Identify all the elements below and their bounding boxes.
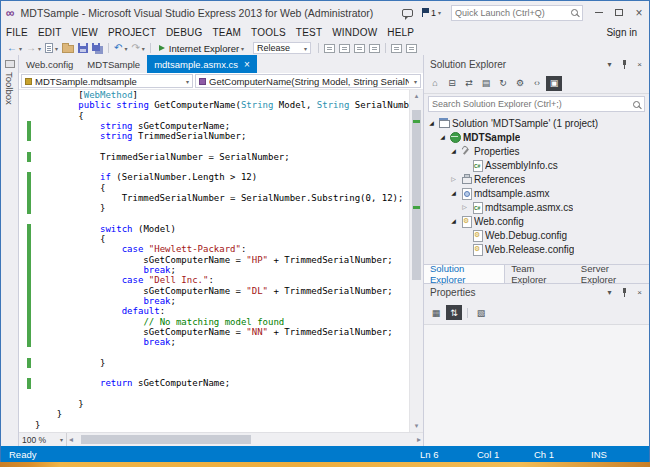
new-file-icon[interactable]: ▾ — [43, 41, 60, 55]
menu-item-tools[interactable]: TOOLS — [246, 24, 291, 41]
save-all-icon[interactable] — [90, 41, 105, 55]
sign-in-link[interactable]: Sign in — [594, 24, 649, 41]
scroll-right-icon[interactable]: ▸ — [417, 433, 421, 446]
pin-icon[interactable] — [617, 286, 632, 300]
doc-tab-web-config[interactable]: Web.config — [19, 55, 80, 73]
tree-expander-icon[interactable]: ◢ — [449, 186, 458, 200]
code-line[interactable]: { — [19, 234, 409, 244]
close-icon[interactable]: × — [632, 286, 647, 300]
uncomment-lines-icon[interactable] — [367, 41, 382, 55]
scroll-up-icon[interactable]: ▴ — [410, 90, 423, 102]
solution-search-input[interactable] — [432, 99, 632, 109]
show-all-files-icon[interactable]: ▤ — [478, 76, 494, 91]
menu-item-window[interactable]: WINDOW — [327, 24, 382, 41]
tree-item-solution-mdtsample-1-project[interactable]: ◢Solution 'MDTSample' (1 project) — [424, 116, 649, 130]
solution-configurations-dropdown[interactable]: Release ▾ — [253, 42, 311, 54]
tree-expander-icon[interactable]: ◢ — [449, 144, 458, 158]
tree-item-web-debug-config[interactable]: Web.Debug.config — [424, 228, 649, 242]
undo-icon[interactable]: ↶▾ — [112, 41, 129, 55]
collapse-all-icon[interactable]: ⊟ — [444, 76, 460, 91]
start-debug-button[interactable]: Internet Explorer ▾ — [154, 41, 249, 55]
code-line[interactable]: TrimmedSerialNumber = SerialNumber.Subst… — [19, 193, 409, 203]
scroll-left-icon[interactable]: ◂ — [69, 433, 73, 446]
code-line[interactable]: string TrimmedSerialNumber; — [19, 131, 409, 141]
alphabetical-icon[interactable]: ⇅ — [446, 305, 462, 320]
scroll-down-icon[interactable]: ▾ — [410, 420, 423, 432]
horizontal-scrollbar[interactable]: ◂ ▸ — [67, 433, 423, 446]
vertical-scrollbar[interactable]: ▴ ▾ — [409, 90, 423, 432]
quick-launch-input[interactable] — [455, 8, 570, 18]
code-line[interactable]: switch (Model) — [19, 224, 409, 234]
notifications-flag-button[interactable]: 1 ▾ — [417, 1, 445, 24]
code-line[interactable]: default: — [19, 306, 409, 316]
refresh-icon[interactable]: ↻ — [495, 76, 511, 91]
code-line[interactable] — [19, 162, 409, 172]
code-line[interactable]: // No matching model found — [19, 317, 409, 327]
menu-item-help[interactable]: HELP — [382, 24, 419, 41]
code-line[interactable] — [19, 141, 409, 151]
windows-taskbar[interactable] — [0, 462, 650, 467]
panel-tab-server-explorer[interactable]: Server Explorer — [575, 265, 649, 283]
open-file-icon[interactable] — [60, 41, 76, 55]
code-line[interactable]: sGetComputerName = "HP" + TrimmedSerialN… — [19, 255, 409, 265]
toolbox-tab[interactable]: Toolbox — [1, 55, 19, 446]
code-line[interactable] — [19, 347, 409, 357]
code-line[interactable]: } — [19, 420, 409, 430]
code-line[interactable]: } — [19, 203, 409, 213]
attach-debugger-icon[interactable] — [322, 41, 337, 55]
pin-icon[interactable] — [617, 57, 632, 71]
properties-icon[interactable]: ⚙ — [512, 76, 528, 91]
redo-icon[interactable]: ↷▾ — [129, 41, 146, 55]
code-line[interactable]: sGetComputerName = "DL" + TrimmedSerialN… — [19, 286, 409, 296]
navigate-back-icon[interactable]: ←▾ — [5, 41, 24, 55]
navigate-bookmarks-icon[interactable] — [404, 41, 419, 55]
preview-selected-items-icon[interactable]: ▣ — [546, 76, 562, 91]
code-line[interactable] — [19, 389, 409, 399]
navigate-forward-icon[interactable]: →▾ — [24, 41, 43, 55]
code-line[interactable]: string sGetComputerName; — [19, 121, 409, 131]
tree-expander-icon[interactable]: ▷ — [449, 172, 458, 186]
code-line[interactable]: { — [19, 111, 409, 121]
doc-tab-mdtsample[interactable]: MDTSample — [80, 55, 147, 73]
window-position-icon[interactable]: ▾ — [602, 286, 617, 300]
close-button[interactable]: × — [629, 1, 649, 24]
code-line[interactable]: if (SerialNumber.Length > 12) — [19, 172, 409, 182]
menu-item-view[interactable]: VIEW — [67, 24, 103, 41]
maximize-button[interactable] — [609, 1, 629, 24]
code-line[interactable]: case "Dell Inc.": — [19, 275, 409, 285]
code-line[interactable]: break; — [19, 337, 409, 347]
code-line[interactable]: public string GetComputerName(String Mod… — [19, 100, 409, 110]
menu-item-team[interactable]: TEAM — [208, 24, 247, 41]
property-pages-icon[interactable]: ▧ — [473, 305, 489, 320]
menu-item-debug[interactable]: DEBUG — [161, 24, 208, 41]
tree-item-assemblyinfo-cs[interactable]: AssemblyInfo.cs — [424, 158, 649, 172]
window-position-icon[interactable]: ▾ — [602, 57, 617, 71]
code-line[interactable]: break; — [19, 265, 409, 275]
view-code-icon[interactable]: ‹› — [529, 76, 545, 91]
scrollbar-thumb[interactable] — [412, 110, 421, 280]
minimize-button[interactable] — [589, 1, 609, 24]
panel-tab-solution-explorer[interactable]: Solution Explorer — [424, 265, 505, 283]
code-line[interactable]: break; — [19, 296, 409, 306]
toggle-bookmark-icon[interactable] — [389, 41, 404, 55]
doc-tab-mdtsample-asmx-cs[interactable]: mdtsample.asmx.cs× — [147, 55, 257, 73]
code-line[interactable]: [WebMethod] — [19, 90, 409, 100]
code-line[interactable]: } — [19, 358, 409, 368]
comment-lines-icon[interactable] — [352, 41, 367, 55]
close-icon[interactable]: × — [632, 57, 647, 71]
tree-item-mdtsample-asmx[interactable]: ◢mdtsample.asmx — [424, 186, 649, 200]
tree-item-web-release-config[interactable]: Web.Release.config — [424, 242, 649, 256]
menu-item-edit[interactable]: EDIT — [33, 24, 67, 41]
code-line[interactable]: { — [19, 183, 409, 193]
tree-item-properties[interactable]: ◢Properties — [424, 144, 649, 158]
feedback-icon[interactable] — [398, 1, 417, 24]
find-in-files-icon[interactable] — [337, 41, 352, 55]
menu-item-test[interactable]: TEST — [291, 24, 327, 41]
navbar-types-dropdown[interactable]: MDTSample.mdtsample ▾ — [21, 74, 193, 88]
code-editor[interactable]: [WebMethod] public string GetComputerNam… — [19, 90, 423, 432]
menu-item-project[interactable]: PROJECT — [103, 24, 161, 41]
tree-expander-icon[interactable]: ◢ — [449, 214, 458, 228]
menu-item-file[interactable]: FILE — [1, 24, 33, 41]
code-line[interactable] — [19, 214, 409, 224]
tab-close-icon[interactable]: × — [244, 60, 250, 69]
